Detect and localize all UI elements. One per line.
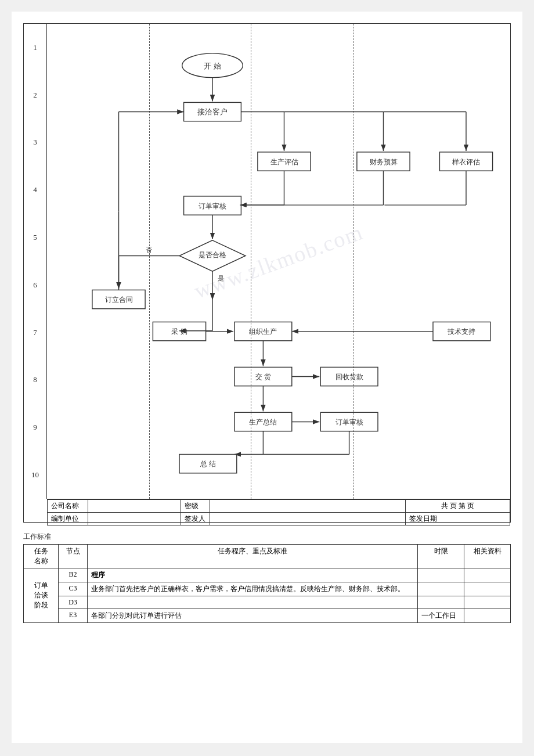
resources-e3	[464, 609, 511, 623]
ws-row-2: C3 业务部门首先把客户的正确样衣，客户需求，客户信用情况搞清楚。反映给生产部、…	[24, 582, 511, 596]
row-8: 8	[24, 357, 47, 404]
task-name-cell: 订单洽谈阶段	[24, 568, 59, 623]
row-9: 9	[24, 404, 47, 451]
row-3: 3	[24, 119, 47, 167]
col-time: 时限	[418, 545, 464, 568]
main-page: 1 2 3 4 5 6 7 8 9 10 www.zlkmob.com	[12, 12, 522, 743]
svg-text:订单审核: 订单审核	[199, 202, 226, 210]
svg-text:订立合同: 订立合同	[105, 296, 133, 304]
resources-d3	[464, 596, 511, 609]
resources-b2	[464, 568, 511, 582]
swimlane-area: www.zlkmob.com 开 始 接洽客户	[47, 24, 510, 499]
svg-text:订单审核: 订单审核	[335, 418, 363, 426]
node-c3: C3	[59, 582, 88, 596]
ws-row-1: 订单洽谈阶段 B2 程序	[24, 568, 511, 582]
svg-text:组织生产: 组织生产	[249, 327, 277, 336]
content-b2-text: 程序	[91, 571, 105, 579]
unit-value	[88, 513, 181, 525]
work-standards-section: 工作标准 任务名称 节点 任务程序、重点及标准 时限 相关资料 订单洽谈阶段 B…	[23, 532, 511, 623]
row-numbers: 1 2 3 4 5 6 7 8 9 10	[24, 24, 47, 499]
svg-text:交  货: 交 货	[255, 373, 271, 381]
row-2: 2	[24, 71, 47, 119]
signer-value	[210, 513, 406, 525]
svg-text:技术支持: 技术支持	[447, 327, 475, 336]
svg-text:是: 是	[218, 275, 224, 282]
footer-info: 公司名称 密级 共 页 第 页 编制单位 签发人 签发日期	[47, 499, 510, 522]
row-6: 6	[24, 261, 47, 309]
svg-text:否: 否	[146, 246, 152, 253]
svg-text:接洽客户: 接洽客户	[197, 107, 228, 116]
row-4: 4	[24, 166, 47, 214]
col-content: 任务程序、重点及标准	[88, 545, 418, 568]
sign-date-label: 签发日期	[406, 513, 510, 525]
row-7: 7	[24, 309, 47, 357]
row-1: 1	[24, 24, 47, 71]
page-label: 共 页 第 页	[406, 500, 510, 513]
time-c3	[418, 582, 464, 596]
signer-label: 签发人	[181, 513, 210, 525]
content-e3: 各部门分别对此订单进行评估	[88, 609, 418, 623]
col-resources: 相关资料	[464, 545, 511, 568]
content-b2: 程序	[88, 568, 418, 582]
work-standards-table: 任务名称 节点 任务程序、重点及标准 时限 相关资料 订单洽谈阶段 B2 程序 …	[23, 544, 511, 623]
col-node: 节点	[59, 545, 88, 568]
node-b2: B2	[59, 568, 88, 582]
classification-label: 密级	[181, 500, 210, 513]
classification-value	[210, 500, 406, 513]
resources-c3	[464, 582, 511, 596]
svg-text:回收货款: 回收货款	[335, 373, 363, 381]
svg-text:财务预算: 财务预算	[370, 158, 398, 166]
work-standards-title: 工作标准	[23, 532, 511, 542]
svg-text:开  始: 开 始	[204, 62, 221, 70]
footer-table: 公司名称 密级 共 页 第 页 编制单位 签发人 签发日期	[47, 499, 510, 525]
col-task: 任务名称	[24, 545, 59, 568]
company-value	[88, 500, 181, 513]
svg-text:样衣评估: 样衣评估	[452, 158, 480, 166]
svg-text:生产评估: 生产评估	[270, 158, 298, 166]
row-10: 10	[24, 451, 47, 499]
content-d3	[88, 596, 418, 609]
unit-label: 编制单位	[48, 513, 88, 525]
ws-row-3: D3	[24, 596, 511, 609]
flowchart-svg: 开 始 接洽客户 生产评估 财务预	[47, 24, 510, 499]
company-label: 公司名称	[48, 500, 88, 513]
svg-text:总  结: 总 结	[200, 460, 216, 468]
svg-text:是否合格: 是否合格	[199, 251, 226, 259]
flowchart-container: 1 2 3 4 5 6 7 8 9 10 www.zlkmob.com	[23, 23, 511, 523]
ws-row-4: E3 各部门分别对此订单进行评估 一个工作日	[24, 609, 511, 623]
content-c3: 业务部门首先把客户的正确样衣，客户需求，客户信用情况搞清楚。反映给生产部、财务部…	[88, 582, 418, 596]
time-d3	[418, 596, 464, 609]
time-e3: 一个工作日	[418, 609, 464, 623]
node-e3: E3	[59, 609, 88, 623]
row-5: 5	[24, 214, 47, 261]
svg-text:采  购: 采 购	[171, 327, 187, 336]
node-d3: D3	[59, 596, 88, 609]
svg-text:生产总结: 生产总结	[249, 418, 277, 426]
time-b2	[418, 568, 464, 582]
